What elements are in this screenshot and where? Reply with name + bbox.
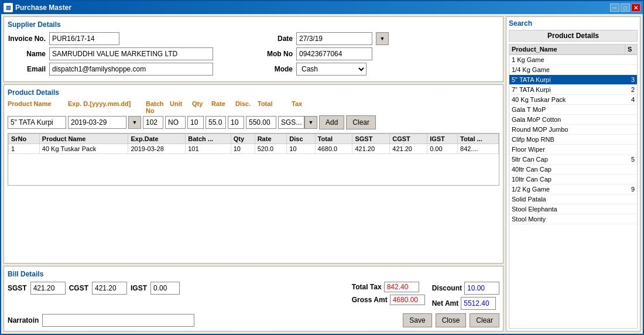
- product-input-row: ▼ ▼ Add Clear: [8, 115, 499, 129]
- search-list-item[interactable]: 40 Kg Tuskar Pack4: [509, 95, 637, 105]
- qty-input[interactable]: [187, 116, 204, 129]
- save-button[interactable]: Save: [403, 313, 431, 327]
- main-panel: Supplier Details Invoice No. Name Email: [4, 16, 503, 331]
- email-input[interactable]: [49, 63, 213, 76]
- discount-input[interactable]: [464, 282, 499, 295]
- product-table-container: SrNo Product Name Exp.Date Batch ... Qty…: [8, 133, 499, 186]
- date-input[interactable]: [296, 32, 372, 45]
- search-list-item[interactable]: 7" TATA Kurpi2: [509, 85, 637, 95]
- title-bar-left: ▤ Purchase Master: [4, 3, 71, 12]
- batch-input[interactable]: [143, 116, 163, 129]
- bill-title: Bill Details: [8, 270, 499, 278]
- search-list-item[interactable]: Floor Wiper: [509, 145, 637, 155]
- col-rate: Rate: [211, 100, 234, 114]
- supplier-section: Supplier Details Invoice No. Name Email: [4, 16, 503, 82]
- disc-input[interactable]: [228, 116, 244, 129]
- name-label: Name: [8, 50, 46, 58]
- igst-input[interactable]: [150, 282, 180, 295]
- col-disc: Disc.: [235, 100, 256, 114]
- mobno-row: Mob No: [255, 47, 499, 60]
- th-total: Total: [315, 134, 352, 144]
- exp-date-input[interactable]: [68, 116, 126, 129]
- tax-dropdown-button[interactable]: ▼: [304, 116, 317, 129]
- narration-label: Narratoin: [8, 316, 39, 324]
- product-section: Product Details Product Name Exp. D.[yyy…: [4, 84, 503, 264]
- product-title: Product Details: [8, 88, 499, 97]
- product-table: SrNo Product Name Exp.Date Batch ... Qty…: [8, 134, 499, 154]
- net-amt-label: Net Amt: [432, 299, 459, 307]
- th-sgst: SGST: [352, 134, 390, 144]
- cgst-input[interactable]: [92, 282, 127, 295]
- search-list-item[interactable]: Gala T MoP: [509, 105, 637, 115]
- unit-input[interactable]: [165, 116, 186, 129]
- narration-input[interactable]: [42, 314, 194, 327]
- tax-container: ▼: [278, 116, 317, 129]
- search-list-item[interactable]: Stool Monty: [509, 214, 637, 224]
- bill-col2: Discount Net Amt: [432, 282, 499, 310]
- mode-select[interactable]: Cash Credit Cheque: [296, 63, 366, 76]
- gross-amt-value: 4680.00: [390, 295, 425, 305]
- th-rate: Rate: [255, 134, 287, 144]
- bill-content: SGST CGST IGST Total Tax 842.40: [8, 282, 499, 310]
- total-tax-value: 842.40: [384, 282, 419, 292]
- igst-label: IGST: [131, 284, 147, 292]
- invoice-input[interactable]: [49, 32, 119, 45]
- search-list-item[interactable]: Clifp Mop RNB: [509, 135, 637, 145]
- net-amt-input[interactable]: [461, 297, 496, 310]
- sgst-input[interactable]: [30, 282, 66, 295]
- add-button[interactable]: Add: [319, 115, 344, 129]
- th-product-name: Product Name: [39, 134, 128, 144]
- narration-row: Narratoin Save Close Clear: [8, 313, 499, 327]
- search-col-header: Product_Name S: [509, 44, 638, 54]
- rate-input[interactable]: [205, 116, 226, 129]
- date-dropdown-button[interactable]: ▼: [376, 32, 389, 45]
- search-list-item[interactable]: Round MOP Jumbo: [509, 125, 637, 135]
- close-button[interactable]: Close: [436, 313, 467, 327]
- tax-input[interactable]: [278, 116, 304, 129]
- bill-section: Bill Details SGST CGST IGST: [4, 266, 503, 331]
- search-list-item[interactable]: 1/4 Kg Game: [509, 65, 637, 75]
- product-clear-button[interactable]: Clear: [346, 115, 376, 129]
- col-total: Total: [258, 100, 290, 114]
- discount-row: Discount: [432, 282, 499, 295]
- bill-clear-button[interactable]: Clear: [470, 313, 499, 327]
- product-name-input[interactable]: [8, 116, 66, 129]
- exp-date-dropdown-button[interactable]: ▼: [128, 116, 141, 129]
- search-list-item[interactable]: 1 Kg Game: [509, 55, 637, 65]
- close-button[interactable]: ✕: [631, 4, 640, 12]
- gross-amt-row: Gross Amt 4680.00: [352, 295, 425, 305]
- mobno-input[interactable]: [296, 47, 372, 60]
- search-col-product-name: Product_Name: [509, 45, 625, 54]
- search-list-item[interactable]: Gala MoP Cotton: [509, 115, 637, 125]
- search-list-item[interactable]: Stool Elephanta: [509, 204, 637, 214]
- table-header-row: SrNo Product Name Exp.Date Batch ... Qty…: [9, 134, 499, 144]
- bill-col1: Total Tax 842.40 Gross Amt 4680.00: [352, 282, 425, 310]
- invoice-label: Invoice No.: [8, 35, 46, 43]
- sgst-label: SGST: [8, 284, 27, 292]
- search-list-item[interactable]: 40ltr Can Cap: [509, 165, 637, 175]
- main-window: ▤ Purchase Master ─ □ ✕ Supplier Details…: [0, 0, 644, 335]
- search-list-item[interactable]: 10ltr Can Cap: [509, 175, 637, 184]
- total-input[interactable]: [246, 116, 276, 129]
- supplier-title: Supplier Details: [8, 20, 499, 29]
- email-label: Email: [8, 65, 46, 73]
- title-controls: ─ □ ✕: [610, 4, 640, 12]
- search-list: 1 Kg Game1/4 Kg Game5" TATA Kurpi37" TAT…: [509, 54, 638, 329]
- product-col-headers: Product Name Exp. D.[yyyy.mm.dd] Batch N…: [8, 100, 499, 114]
- name-input[interactable]: [49, 47, 213, 60]
- th-qty: Qty: [231, 134, 255, 144]
- col-exp-date: Exp. D.[yyyy.mm.dd]: [68, 100, 144, 114]
- bill-summary: Total Tax 842.40 Gross Amt 4680.00 Disco…: [352, 282, 499, 310]
- discount-label: Discount: [432, 284, 462, 292]
- th-batch: Batch ...: [186, 134, 231, 144]
- search-panel: Search Product Details Product_Name S 1 …: [506, 16, 640, 331]
- restore-button[interactable]: □: [621, 4, 630, 12]
- search-list-item[interactable]: Solid Patala: [509, 194, 637, 204]
- search-list-item[interactable]: 1/2 Kg Game9: [509, 184, 637, 194]
- col-product-name: Product Name: [8, 100, 66, 114]
- search-list-item[interactable]: 5" TATA Kurpi3: [509, 75, 637, 85]
- minimize-button[interactable]: ─: [610, 4, 619, 12]
- search-list-item[interactable]: 5ltr Can Cap5: [509, 155, 637, 165]
- table-row[interactable]: 140 Kg Tuskar Pack2019-03-2810110520.010…: [9, 144, 499, 154]
- th-igst: IGST: [427, 134, 458, 144]
